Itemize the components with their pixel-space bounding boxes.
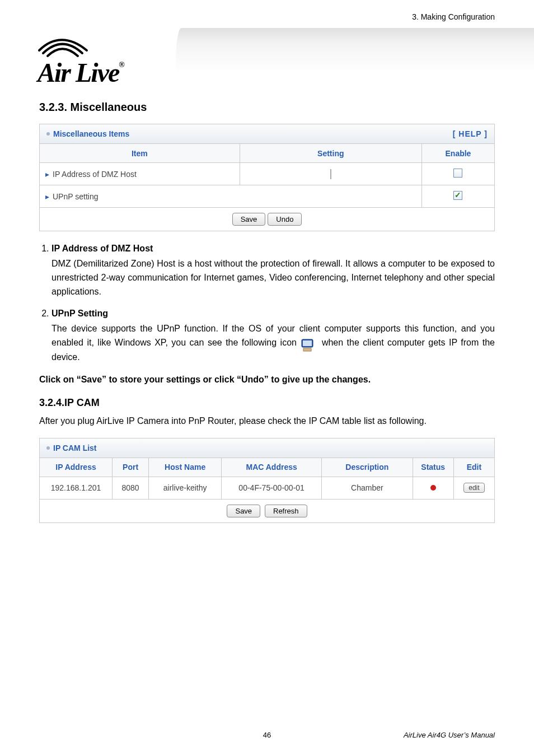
item1-body: DMZ (Demilitarized Zone) Host is a host … bbox=[51, 257, 495, 298]
cell-host: airlive-keithy bbox=[149, 477, 222, 499]
col-ip: IP Address bbox=[40, 458, 113, 477]
svg-rect-1 bbox=[303, 340, 312, 346]
col-item: Item bbox=[40, 144, 240, 163]
item2-body: The device supports the UPnP function. I… bbox=[51, 322, 495, 365]
col-status: Status bbox=[413, 458, 453, 477]
col-port: Port bbox=[113, 458, 149, 477]
cell-mac: 00-4F-75-00-00-01 bbox=[222, 477, 322, 499]
col-setting: Setting bbox=[240, 144, 421, 163]
bullet-icon bbox=[46, 446, 50, 450]
col-mac: MAC Address bbox=[222, 458, 322, 477]
col-enable: Enable bbox=[421, 144, 494, 163]
panel-title-misc: Miscellaneous Items bbox=[46, 129, 129, 138]
logo-text: Air Live bbox=[38, 58, 119, 87]
registered-icon: ® bbox=[119, 60, 123, 69]
save-button[interactable]: Save bbox=[232, 213, 266, 226]
section-heading-ipcam: 3.2.4.IP CAM bbox=[39, 397, 495, 409]
help-link[interactable]: [ HELP ] bbox=[453, 129, 488, 138]
ipcam-intro: After you plug AirLive IP Camera into Pn… bbox=[39, 414, 495, 428]
header-stripe bbox=[176, 28, 534, 73]
col-edit: Edit bbox=[453, 458, 494, 477]
dmz-enable-checkbox[interactable] bbox=[453, 169, 462, 178]
cell-ip: 192.168.1.201 bbox=[40, 477, 113, 499]
item2-title: UPnP Setting bbox=[51, 309, 108, 318]
edit-button[interactable]: edit bbox=[463, 483, 484, 493]
ipcam-table: IP CAM List IP Address Port Host Name MA… bbox=[39, 438, 495, 523]
row-dmz-label: ▸IP Address of DMZ Host bbox=[40, 163, 240, 185]
cell-desc-link[interactable]: Chamber bbox=[322, 477, 413, 499]
cell-port: 8080 bbox=[113, 477, 149, 499]
upnp-enable-checkbox[interactable] bbox=[453, 191, 462, 200]
section-heading-misc: 3.2.3. Miscellaneous bbox=[39, 101, 495, 114]
status-dot-icon bbox=[430, 485, 436, 491]
bullet-icon bbox=[46, 132, 50, 136]
upnp-device-icon bbox=[300, 338, 315, 353]
brand-logo: Air Live® bbox=[36, 31, 171, 84]
panel-title-ipcam: IP CAM List bbox=[46, 444, 97, 452]
panel-title-text: Miscellaneous Items bbox=[53, 129, 129, 138]
misc-items-table: Miscellaneous Items [ HELP ] Item Settin… bbox=[39, 124, 495, 231]
save-instruction: Click on “Save” to store your settings o… bbox=[39, 375, 495, 385]
ipcam-refresh-button[interactable]: Refresh bbox=[265, 505, 307, 517]
footer-manual-title: AirLive Air4G User’s Manual bbox=[404, 731, 495, 739]
dmz-host-input[interactable] bbox=[330, 169, 331, 179]
col-host: Host Name bbox=[149, 458, 222, 477]
col-desc: Description bbox=[322, 458, 413, 477]
svg-rect-2 bbox=[303, 348, 311, 351]
panel-title-text: IP CAM List bbox=[53, 444, 97, 452]
undo-button[interactable]: Undo bbox=[268, 213, 302, 226]
row-upnp-label: ▸UPnP setting bbox=[40, 185, 422, 208]
explanation-list: IP Address of DMZ Host DMZ (Demilitarize… bbox=[51, 244, 495, 365]
item1-title: IP Address of DMZ Host bbox=[51, 244, 153, 253]
chapter-label: 3. Making Configuration bbox=[412, 12, 495, 21]
ipcam-save-button[interactable]: Save bbox=[227, 505, 260, 517]
